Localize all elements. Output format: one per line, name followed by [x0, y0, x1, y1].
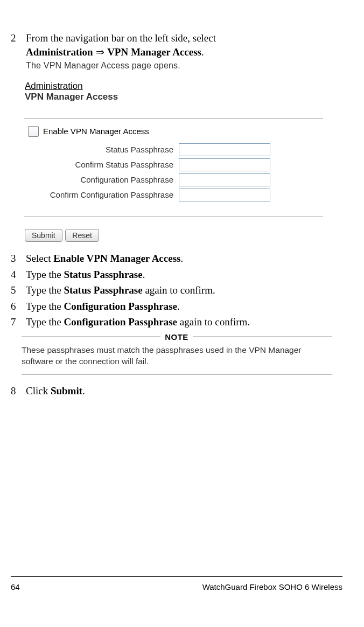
page-footer: 64 WatchGuard Firebox SOHO 6 Wireless — [11, 576, 342, 591]
step-number: 2 — [11, 31, 26, 72]
bold-text: Configuration Passphrase — [64, 316, 177, 328]
step-number: 8 — [11, 384, 26, 398]
text: . — [180, 253, 183, 264]
checkbox-icon[interactable] — [28, 126, 39, 137]
step-4: 4 Type the Status Passphrase. — [11, 268, 342, 282]
step-body: Click Submit. — [26, 384, 342, 398]
bold-text: Enable VPN Manager Access — [53, 253, 180, 264]
bold-text: Status Passphrase — [64, 284, 142, 296]
rule — [193, 337, 332, 337]
bold-text: Submit — [51, 385, 82, 396]
step-body: Type the Configuration Passphrase. — [26, 299, 342, 314]
text: From the navigation bar on the left side… — [26, 32, 216, 44]
note-block: NOTE These passphrases must match the pa… — [22, 332, 332, 374]
step-5: 5 Type the Status Passphrase again to co… — [11, 283, 342, 297]
step-number: 5 — [11, 283, 26, 297]
confirm-configuration-passphrase-input[interactable] — [179, 189, 270, 201]
field-label: Status Passphrase — [23, 145, 179, 154]
confirm-status-passphrase-input[interactable] — [179, 158, 270, 171]
step-number: 6 — [11, 299, 26, 314]
text: Type the — [26, 284, 64, 296]
text: Click — [26, 385, 51, 396]
step-number: 3 — [11, 252, 26, 266]
text: Type the — [26, 316, 64, 328]
text: . — [201, 46, 204, 58]
checkbox-label: Enable VPN Manager Access — [43, 127, 149, 136]
bold-text: Configuration Passphrase — [64, 301, 177, 312]
step-body: Type the Status Passphrase. — [26, 268, 342, 282]
submit-button[interactable]: Submit — [25, 229, 62, 242]
text: Select — [26, 253, 53, 264]
step-number: 4 — [11, 268, 26, 282]
screenshot-header: Administration VPN Manager Access — [23, 79, 324, 104]
text: . — [177, 301, 180, 312]
breadcrumb: Administration — [25, 81, 324, 92]
text: again to confirm. — [143, 284, 215, 296]
step-body: Type the Status Passphrase again to conf… — [26, 283, 342, 297]
step-6: 6 Type the Configuration Passphrase. — [11, 299, 342, 314]
page-title: VPN Manager Access — [25, 92, 324, 102]
step-body: Select Enable VPN Manager Access. — [26, 252, 342, 266]
bold-text: Status Passphrase — [64, 269, 142, 280]
text: Type the — [26, 269, 64, 280]
field-label: Confirm Status Passphrase — [23, 160, 179, 169]
rule — [22, 374, 332, 374]
rule — [22, 337, 160, 337]
text: Type the — [26, 301, 64, 312]
step-7: 7 Type the Configuration Passphrase agai… — [11, 315, 342, 329]
text: . — [82, 385, 85, 396]
divider — [24, 118, 323, 119]
bold-text: Administration — [26, 46, 93, 58]
step-body: From the navigation bar on the left side… — [26, 31, 342, 72]
embedded-screenshot: Administration VPN Manager Access Enable… — [23, 79, 324, 242]
bold-text: VPN Manager Access — [107, 46, 201, 58]
text: . — [143, 269, 145, 280]
note-label: NOTE — [160, 332, 193, 342]
product-name: WatchGuard Firebox SOHO 6 Wireless — [202, 582, 342, 591]
step-body: Type the Configuration Passphrase again … — [26, 315, 342, 329]
step-8: 8 Click Submit. — [11, 384, 342, 398]
enable-checkbox-row[interactable]: Enable VPN Manager Access — [23, 124, 324, 142]
configuration-passphrase-input[interactable] — [179, 173, 270, 186]
note-body: These passphrases must match the passphr… — [22, 345, 332, 367]
field-label: Configuration Passphrase — [23, 175, 179, 184]
divider — [24, 217, 323, 217]
step-number: 7 — [11, 315, 26, 329]
step-2: 2 From the navigation bar on the left si… — [11, 31, 342, 72]
status-passphrase-input[interactable] — [179, 143, 270, 156]
text: again to confirm. — [177, 316, 250, 328]
arrow-icon: ⇒ — [93, 46, 108, 58]
field-label: Confirm Configuration Passphrase — [23, 190, 179, 199]
reset-button[interactable]: Reset — [65, 229, 99, 242]
page-number: 64 — [11, 582, 20, 591]
result-text: The VPN Manager Access page opens. — [26, 60, 342, 72]
step-3: 3 Select Enable VPN Manager Access. — [11, 252, 342, 266]
